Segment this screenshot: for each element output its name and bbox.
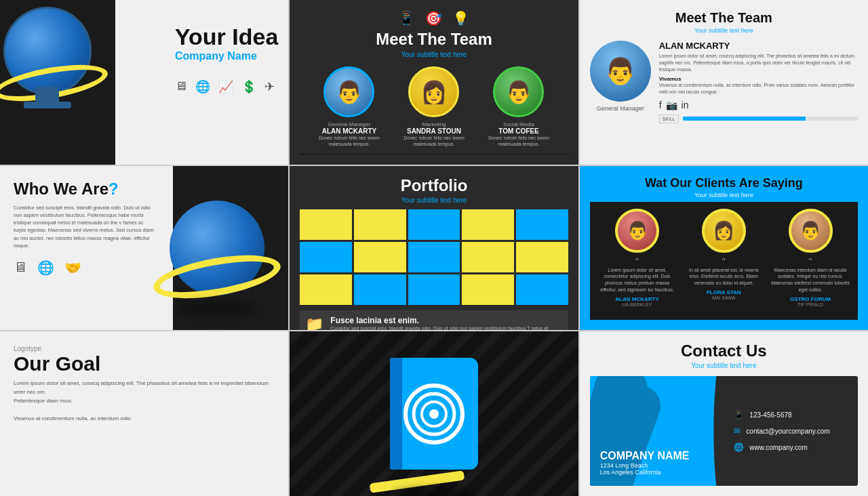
slide-our-goal-book [290, 331, 578, 496]
member-3-desc: Donec rutrum felis nec lorem malesuada t… [485, 135, 553, 147]
plane-icon: ✈ [264, 79, 275, 94]
slide-your-idea: Your Idea Company Name 🖥 🌐 📈 💲 ✈ [0, 0, 288, 165]
member-3-name: TOM COFEE [485, 127, 553, 135]
cell [408, 274, 460, 305]
slide-who-we-are: Who We Are? Curabitur sed suscipit eros,… [0, 166, 288, 331]
client-2-role: MAI SAMA [683, 295, 764, 300]
client-3-role: TIP PRIALD [770, 302, 851, 307]
cell [300, 274, 352, 305]
handshake-icon: 🤝 [64, 260, 81, 276]
detail-subtitle: Your subtitle text here [590, 27, 858, 34]
deco-icon-2: 🎯 [425, 10, 442, 26]
who-we-are-text: Who We Are? Curabitur sed suscipit eros,… [14, 180, 156, 317]
quote-3: " [770, 256, 851, 267]
portfolio-desc-title: Fusce lacinia est enim. [330, 316, 562, 325]
member-1-desc: Donec rutrum felis nec lorem malesuada t… [315, 135, 383, 147]
slide-meet-team-1: 📱 🎯 💡 Meet The Team Your subtitle text h… [290, 0, 578, 165]
team-member-3: 👨 Social Media TOM COFEE Donec rutrum fe… [485, 66, 553, 147]
profile-social-links: f 📷 in [659, 100, 858, 110]
skill-label: SKILL [659, 115, 679, 123]
profile-bio2: Vivamus at condimentum nulla, ac interdu… [659, 82, 858, 96]
profile-bio1: Lorem ipsum dolor sit amet, cosecq adipi… [659, 53, 858, 73]
email-icon: ✉ [734, 426, 741, 436]
who-desc: Curabitur sed suscipit eros, blandit gra… [14, 204, 156, 250]
contact-website: www.company.com [749, 444, 807, 451]
address-line2: Los Angeles California [600, 469, 714, 476]
slide-title: Your Idea [175, 24, 278, 50]
quote-1: " [597, 256, 678, 267]
contact-phone: 123-456-5678 [749, 411, 791, 419]
portfolio-title: Portfolio [401, 176, 468, 195]
book-circles [403, 384, 465, 445]
phone-icon: 📱 [734, 410, 744, 419]
contact-card: COMPANY NAME 1234 Long Beach Los Angeles… [590, 376, 858, 486]
our-goal-title: Our Goal [14, 354, 275, 374]
cell [516, 274, 568, 305]
linkedin-icon: in [682, 100, 689, 110]
cell [516, 209, 568, 240]
member-3-role: Social Media [485, 121, 553, 127]
client-2-text: In sit amet placerat est, id viverra ero… [683, 267, 764, 287]
team-members-row: 👨 General Manager ALAN MCKARTY Donec rut… [315, 66, 553, 147]
skill-fill [683, 117, 806, 121]
team-title: Meet The Team [376, 30, 492, 49]
our-goal-desc: Lorem ipsum dolor sit amet, cosecq adipi… [14, 379, 275, 423]
contact-left: COMPANY NAME 1234 Long Beach Los Angeles… [590, 376, 724, 486]
company-name: COMPANY NAME [600, 450, 714, 462]
cell [462, 274, 514, 305]
globe-icon: 🌐 [37, 260, 54, 276]
book-shadow [393, 488, 475, 496]
team-member-2: 👩 Marketing SANDRA STOUN Donec rutrum fe… [400, 66, 468, 147]
book [390, 358, 478, 470]
client-avatar-1: 👨 [615, 209, 659, 253]
cell [408, 242, 460, 272]
team-subtitle: Your subtitle text here [401, 51, 467, 58]
cell [354, 242, 406, 272]
cell [354, 274, 406, 305]
deco-icons: 📱 🎯 💡 [398, 10, 469, 26]
detail-title: Meet The Team [590, 10, 858, 26]
facebook-icon: f [659, 100, 662, 110]
clients-cards: 👨 " Lorem ipsum dolor sit amet, consecte… [590, 202, 858, 321]
cell [408, 209, 460, 240]
globe-icon: 🌐 [195, 79, 210, 94]
cell [300, 242, 352, 272]
profile-bio2-label: Vivamus [659, 76, 858, 82]
who-title: Who We Are? [14, 180, 156, 199]
deco-icon-3: 💡 [452, 10, 469, 26]
slide-clients: Wat Our Clients Are Saying Your subtitle… [580, 166, 868, 331]
question-mark: ? [108, 180, 119, 198]
client-avatar-2: 👩 [702, 209, 746, 253]
slide-our-goal-text: Logotype Our Goal Lorem ipsum dolor sit … [0, 331, 288, 496]
book-container [390, 358, 478, 470]
member-2-role: Marketing [400, 121, 468, 127]
contact-title: Contact Us [681, 342, 767, 360]
client-card-1: 👨 " Lorem ipsum dolor sit amet, consecte… [597, 209, 678, 314]
instagram-icon: 📷 [666, 100, 677, 110]
portfolio-subtitle: Your subtitle text here [401, 197, 467, 204]
client-3-name: OSTRO FORUM [770, 296, 851, 302]
slide-contact-us: Contact Us Your subtitle text here COMPA… [580, 331, 868, 496]
center-dot [429, 409, 439, 419]
client-avatar-3: 👨 [789, 209, 833, 253]
contact-right: 📱 123-456-5678 ✉ contact@yourcompany.com… [724, 376, 858, 486]
contact-phone-row: 📱 123-456-5678 [734, 410, 848, 419]
client-3-text: Maecenas interdum diam id iaculis sodale… [770, 267, 851, 293]
money-icon: 💲 [241, 79, 256, 94]
globe-shadow [176, 302, 258, 316]
client-2-name: FLORA STAN [683, 289, 764, 295]
portfolio-description: 📁 Fusce lacinia est enim. Curabitur sed … [300, 310, 568, 331]
contact-email: contact@yourcompany.com [746, 428, 829, 435]
deco-icon-1: 📱 [398, 10, 415, 26]
client-1-name: ALAN MCKARTY [597, 296, 678, 302]
logotype-label: Logotype [14, 345, 275, 352]
web-icon: 🌐 [734, 442, 744, 452]
quote-2: " [683, 256, 764, 267]
cell [354, 209, 406, 240]
contact-subtitle: Your subtitle text here [691, 362, 756, 369]
portfolio-grid [300, 209, 568, 305]
clients-subtitle: Your subtitle text here [694, 192, 753, 199]
address-line1: 1234 Long Beach [600, 462, 714, 469]
cell [462, 209, 514, 240]
detail-profile: 👨 General Manager ALAN MCKARTY Lorem ips… [590, 41, 858, 123]
